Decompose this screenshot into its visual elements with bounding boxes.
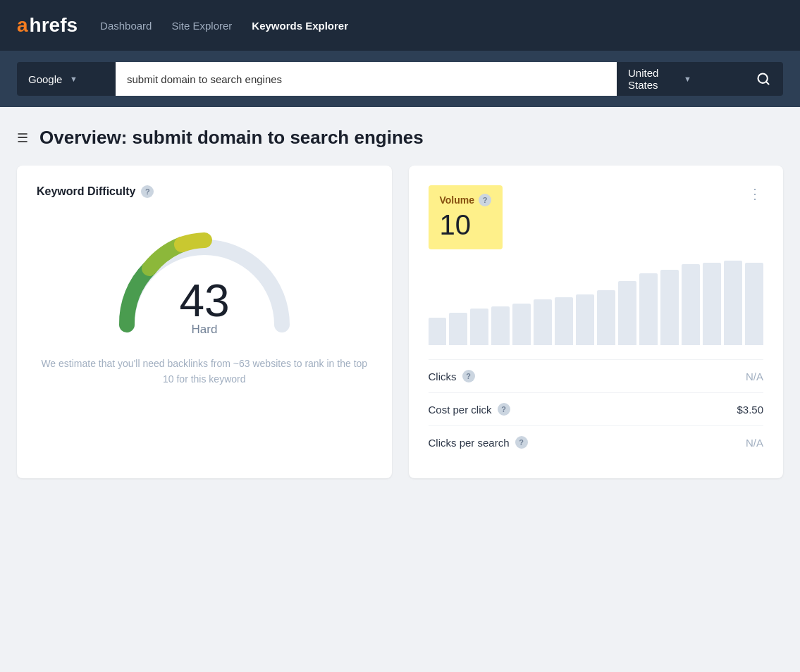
page-header: ☰ Overview: submit domain to search engi… bbox=[17, 127, 783, 149]
search-bar: Google ▼ United States ▼ bbox=[0, 51, 800, 107]
metric-row-clicks: Clicks ? N/A bbox=[429, 359, 764, 392]
kd-card: Keyword Difficulty ? 43 Hard bbox=[17, 166, 392, 478]
bar-item bbox=[660, 270, 679, 345]
cpc-help-icon[interactable]: ? bbox=[498, 403, 510, 416]
gauge-container: 43 Hard bbox=[37, 212, 372, 339]
search-input-wrapper bbox=[116, 62, 617, 96]
volume-help-icon[interactable]: ? bbox=[479, 194, 491, 206]
metric-row-cps: Clicks per search ? N/A bbox=[429, 425, 764, 459]
bar-item bbox=[491, 306, 510, 345]
cps-label: Clicks per search ? bbox=[429, 436, 528, 449]
logo-text: hrefs bbox=[30, 14, 78, 37]
nav-keywords-explorer[interactable]: Keywords Explorer bbox=[252, 20, 348, 32]
bar-item bbox=[745, 263, 763, 345]
volume-badge-label: Volume ? bbox=[440, 194, 492, 206]
country-label: United States bbox=[628, 67, 677, 91]
cpc-label: Cost per click ? bbox=[429, 403, 510, 416]
engine-label: Google bbox=[28, 73, 63, 85]
gauge-svg: 43 Hard bbox=[106, 212, 303, 339]
bar-item bbox=[724, 261, 742, 345]
engine-chevron-icon: ▼ bbox=[70, 75, 104, 83]
volume-header: Volume ? 10 ⋮ bbox=[429, 185, 764, 249]
search-input[interactable] bbox=[116, 62, 617, 96]
nav-site-explorer[interactable]: Site Explorer bbox=[171, 20, 232, 32]
bar-item bbox=[470, 309, 488, 345]
bar-item bbox=[703, 263, 721, 345]
bar-item bbox=[618, 281, 636, 345]
svg-line-1 bbox=[766, 82, 769, 85]
bar-item bbox=[555, 297, 573, 345]
country-select[interactable]: United States ▼ bbox=[617, 62, 744, 96]
volume-badge: Volume ? 10 bbox=[429, 185, 503, 249]
menu-icon[interactable]: ☰ bbox=[17, 130, 28, 146]
bar-item bbox=[576, 294, 594, 345]
volume-value: 10 bbox=[440, 209, 492, 241]
bar-item bbox=[429, 318, 447, 345]
clicks-value: N/A bbox=[746, 371, 763, 382]
page-title: Overview: submit domain to search engine… bbox=[39, 127, 424, 149]
search-button[interactable] bbox=[744, 62, 783, 96]
kd-header: Keyword Difficulty ? bbox=[37, 185, 372, 198]
metric-row-cpc: Cost per click ? $3.50 bbox=[429, 392, 764, 425]
content: ☰ Overview: submit domain to search engi… bbox=[0, 107, 800, 498]
header: ahrefs Dashboard Site Explorer Keywords … bbox=[0, 0, 800, 51]
bar-item bbox=[682, 264, 700, 345]
bar-chart bbox=[429, 261, 764, 345]
engine-select[interactable]: Google ▼ bbox=[17, 62, 116, 96]
svg-text:Hard: Hard bbox=[191, 323, 217, 336]
kd-description: We estimate that you'll need backlinks f… bbox=[37, 356, 372, 387]
bar-item bbox=[597, 290, 615, 345]
bar-item bbox=[449, 313, 467, 345]
clicks-label: Clicks ? bbox=[429, 370, 475, 382]
cards-row: Keyword Difficulty ? 43 Hard bbox=[17, 166, 783, 478]
cps-help-icon[interactable]: ? bbox=[515, 436, 528, 449]
search-icon bbox=[756, 72, 770, 86]
bar-item bbox=[512, 304, 531, 345]
svg-text:43: 43 bbox=[179, 275, 229, 326]
bar-item bbox=[639, 273, 658, 345]
bar-item bbox=[534, 299, 552, 345]
clicks-help-icon[interactable]: ? bbox=[462, 370, 475, 382]
logo[interactable]: ahrefs bbox=[17, 14, 78, 37]
more-options-icon[interactable]: ⋮ bbox=[748, 185, 763, 202]
country-chevron-icon: ▼ bbox=[684, 75, 732, 83]
nav: Dashboard Site Explorer Keywords Explore… bbox=[100, 20, 348, 32]
cps-value: N/A bbox=[746, 437, 763, 449]
nav-dashboard[interactable]: Dashboard bbox=[100, 20, 152, 32]
cpc-value: $3.50 bbox=[737, 404, 763, 416]
kd-title: Keyword Difficulty bbox=[37, 185, 135, 198]
kd-help-icon[interactable]: ? bbox=[141, 185, 154, 198]
logo-a: a bbox=[17, 14, 28, 37]
volume-card: Volume ? 10 ⋮ Clicks ? N/A Cost per clic… bbox=[409, 166, 784, 478]
